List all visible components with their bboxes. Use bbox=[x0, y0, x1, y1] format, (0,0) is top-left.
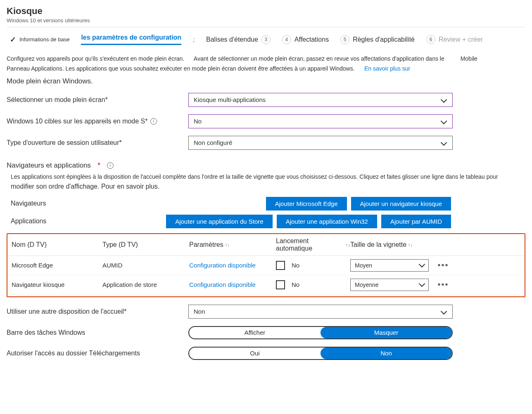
table-row[interactable]: Microsoft Edge AUMID Configuration dispo… bbox=[7, 256, 525, 275]
taskbar-toggle: Afficher Masquer bbox=[188, 326, 453, 339]
chevron-down-icon bbox=[420, 282, 424, 288]
check-icon: ✓ bbox=[10, 35, 16, 44]
row-kiosk-mode: Sélectionner un mode plein écran* Kiosqu… bbox=[7, 93, 525, 107]
row-downloads: Autoriser l'accès au dossier Téléchargem… bbox=[7, 347, 525, 360]
page-title: Kiosque bbox=[7, 6, 525, 17]
wizard-steps: ✓ Informations de base les paramètres de… bbox=[7, 32, 525, 45]
step-basics[interactable]: ✓ Informations de base bbox=[10, 35, 69, 44]
intro-paragraph: Configurez vos appareils pour qu'ils s'e… bbox=[7, 54, 519, 74]
add-edge-button[interactable]: Ajouter Microsoft Edge bbox=[266, 197, 347, 211]
cell-settings-link[interactable]: Configuration disponible bbox=[189, 281, 276, 288]
row-logon-type: Type d'ouverture de session utilisateur*… bbox=[7, 136, 525, 150]
chevron-down-icon bbox=[442, 309, 447, 315]
chevron-down-icon bbox=[442, 118, 447, 124]
chevron-down-icon bbox=[420, 262, 424, 269]
step-scope-tags[interactable]: Balises d'étendue 3 bbox=[206, 35, 271, 44]
taskbar-hide-option[interactable]: Masquer bbox=[321, 327, 452, 338]
browsers-label: Navigateurs bbox=[7, 200, 151, 207]
step-separator: ; bbox=[193, 36, 195, 43]
col-type[interactable]: Type (D TV) bbox=[102, 241, 189, 248]
taskbar-label: Barre des tâches Windows bbox=[7, 329, 188, 336]
step-applicability-label: Règles d'applicabilité bbox=[353, 36, 415, 43]
w10s-label-text: Windows 10 cibles sur les appareils en m… bbox=[7, 118, 148, 125]
col-autolaunch[interactable]: Lancement automatique↑↓ bbox=[276, 237, 350, 252]
cell-type: Application de store bbox=[102, 281, 189, 288]
autolaunch-checkbox[interactable] bbox=[276, 280, 285, 289]
add-win32-app-button[interactable]: Ajouter une application Win32 bbox=[277, 215, 377, 228]
kiosk-mode-value: Kiosque multi-applications bbox=[194, 96, 266, 103]
alt-layout-label: Utiliser une autre disposition de l'accu… bbox=[7, 308, 188, 315]
add-kiosk-browser-button[interactable]: Ajouter un navigateur kiosque bbox=[351, 197, 451, 211]
tile-size-value: Moyen bbox=[355, 262, 372, 269]
logon-type-select[interactable]: Non configuré bbox=[188, 136, 453, 150]
browsers-apps-title-text: Navigateurs et applications bbox=[7, 161, 91, 170]
cell-name: Navigateur kiosque bbox=[12, 281, 102, 288]
cell-type: AUMID bbox=[102, 262, 189, 269]
col-settings[interactable]: Paramètres↑↓ bbox=[189, 241, 276, 248]
step-scope-tags-label: Balises d'étendue bbox=[206, 36, 258, 43]
add-store-app-button[interactable]: Ajouter une application du Store bbox=[166, 215, 272, 228]
row-w10s: Windows 10 cibles sur les appareils en m… bbox=[7, 114, 525, 128]
step-config-label: les paramètres de configuration bbox=[81, 34, 181, 41]
applications-label: Applications bbox=[7, 218, 151, 225]
table-header: Nom (D TV) Type (D TV) Paramètres↑↓ Lanc… bbox=[7, 234, 525, 256]
step-basics-label: Informations de base bbox=[19, 36, 69, 43]
add-aumid-button[interactable]: Ajouter par AUMID bbox=[381, 215, 451, 228]
kiosk-mode-label: Sélectionner un mode plein écran* bbox=[7, 96, 188, 104]
step-assignments-label: Affectations bbox=[294, 36, 329, 43]
sort-icon: ↑↓ bbox=[346, 242, 350, 247]
step-config[interactable]: les paramètres de configuration bbox=[81, 34, 181, 45]
downloads-label: Autoriser l'accès au dossier Téléchargem… bbox=[7, 350, 188, 357]
table-row[interactable]: Navigateur kiosque Application de store … bbox=[7, 275, 525, 295]
downloads-no-option[interactable]: Non bbox=[321, 348, 452, 359]
row-taskbar: Barre des tâches Windows Afficher Masque… bbox=[7, 326, 525, 339]
row-alt-layout: Utiliser une autre disposition de l'accu… bbox=[7, 305, 525, 319]
intro-line1b: Avant de sélectionner un mode plein écra… bbox=[194, 55, 444, 62]
taskbar-show-option[interactable]: Afficher bbox=[189, 327, 321, 338]
col-name[interactable]: Nom (D TV) bbox=[12, 241, 102, 248]
page-subtitle: Windows 10 et versions ultérieures bbox=[7, 17, 525, 24]
autolaunch-checkbox[interactable] bbox=[276, 261, 285, 270]
tile-size-select[interactable]: Moyen bbox=[350, 259, 429, 272]
intro-line3: Mode plein écran Windows. bbox=[7, 77, 525, 85]
tile-size-value: Moyenne bbox=[355, 282, 379, 288]
header-divider bbox=[7, 27, 525, 27]
alt-layout-select[interactable]: Non bbox=[188, 305, 453, 319]
chevron-down-icon bbox=[442, 97, 447, 103]
step-3-badge: 3 bbox=[261, 35, 271, 44]
intro-line1c: Mobile bbox=[461, 55, 477, 62]
cell-settings-link[interactable]: Configuration disponible bbox=[189, 262, 276, 269]
downloads-yes-option[interactable]: Oui bbox=[189, 348, 321, 359]
col-tile[interactable]: Taille de la vignette↑↓ bbox=[350, 241, 433, 248]
info-icon[interactable]: i bbox=[150, 118, 157, 125]
logon-type-label: Type d'ouverture de session utilisateur* bbox=[7, 139, 188, 147]
w10s-select[interactable]: No bbox=[188, 114, 453, 128]
step-review[interactable]: 6 Review + créer bbox=[426, 35, 483, 44]
row-menu-button[interactable]: ••• bbox=[433, 260, 454, 270]
intro-line2a: Panneau Applications. Les applications q… bbox=[7, 65, 355, 72]
sort-icon: ↑↓ bbox=[408, 242, 413, 247]
row-add-browsers: Navigateurs Ajouter Microsoft Edge Ajout… bbox=[7, 197, 525, 211]
info-icon[interactable]: i bbox=[107, 162, 114, 169]
step-6-badge: 6 bbox=[426, 35, 435, 44]
row-menu-button[interactable]: ••• bbox=[433, 280, 454, 289]
browsers-helper-1: Les applications sont épinglées à la dis… bbox=[11, 172, 525, 181]
tile-size-select[interactable]: Moyenne bbox=[350, 279, 429, 291]
downloads-toggle: Oui Non bbox=[188, 347, 453, 360]
autolaunch-value: No bbox=[292, 281, 299, 288]
step-applicability[interactable]: 5 Règles d'applicabilité bbox=[340, 35, 415, 44]
apps-table: Nom (D TV) Type (D TV) Paramètres↑↓ Lanc… bbox=[7, 233, 525, 297]
browsers-apps-title: Navigateurs et applications * i bbox=[7, 161, 525, 170]
sort-icon: ↑↓ bbox=[225, 242, 230, 247]
kiosk-mode-select[interactable]: Kiosque multi-applications bbox=[188, 93, 453, 107]
chevron-down-icon bbox=[442, 140, 447, 146]
w10s-label: Windows 10 cibles sur les appareils en m… bbox=[7, 118, 188, 125]
browsers-helper-2: modifier son ordre d'affichage. Pour en … bbox=[11, 183, 525, 190]
learn-more-link[interactable]: En savoir plus sur bbox=[364, 65, 410, 72]
step-5-badge: 5 bbox=[340, 35, 349, 44]
required-asterisk: * bbox=[97, 161, 100, 170]
step-assignments[interactable]: 4 Affectations bbox=[282, 35, 329, 44]
intro-line1a: Configurez vos appareils pour qu'ils s'e… bbox=[7, 55, 184, 62]
step-4-badge: 4 bbox=[282, 35, 291, 44]
step-review-label: Review + créer bbox=[439, 36, 483, 43]
